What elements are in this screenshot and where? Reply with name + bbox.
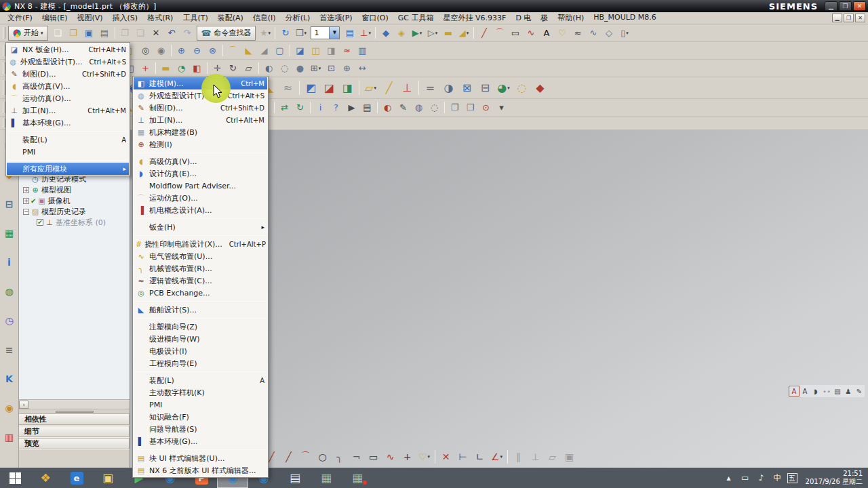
tree-cameras[interactable]: +✔▣摄像机 (19, 195, 130, 206)
studio-spline-icon[interactable]: ∿ (382, 449, 399, 466)
curve2-icon[interactable]: ∿ (585, 26, 601, 41)
notes-icon[interactable]: ▤ (279, 468, 311, 488)
film-icon[interactable]: ▤ (832, 386, 843, 396)
paste-icon[interactable]: ❑ (133, 26, 149, 41)
lang-icon[interactable]: 中 (771, 472, 785, 484)
copy-icon[interactable]: ❐ (117, 26, 133, 41)
journal-icon[interactable]: ▤ (359, 100, 375, 115)
datum-plane-icon[interactable]: ▱▾ (361, 79, 380, 98)
shell-icon[interactable]: ▢ (272, 43, 288, 58)
menu-首选项p[interactable]: 首选项(P) (315, 12, 357, 24)
text-icon[interactable]: A (800, 386, 810, 396)
menu-装配a[interactable]: 装配(A) (213, 12, 248, 24)
menu-routing-mechanical[interactable]: ╮机械管线布置(R)... (134, 262, 267, 274)
sync-icon[interactable]: ⇄ (277, 100, 292, 115)
menu-nx6-ui-styler[interactable]: ▤NX 6 之前版本 UI 样式编辑器... (134, 464, 267, 476)
minimize-button[interactable]: ▁ (825, 1, 837, 11)
line-icon[interactable]: ╱ (476, 26, 492, 41)
dropdown-caret-icon[interactable]: ▾ (507, 85, 510, 91)
menu-工具t[interactable]: 工具(T) (178, 12, 212, 24)
rectangle-icon[interactable]: ▭ (365, 449, 382, 466)
combo-dropdown-icon[interactable]: ▼ (329, 27, 339, 39)
visualize-alt-icon[interactable]: ▷▾ (425, 26, 440, 41)
manufacturing-wizard-icon[interactable]: K (2, 370, 17, 386)
layers-icon[interactable]: ▤ (342, 26, 357, 41)
ime-icon[interactable]: 五 (787, 473, 797, 483)
window-layout-icon[interactable]: ❒▾ (293, 26, 309, 41)
region-icon[interactable]: ♡ (554, 26, 570, 41)
new-part-icon[interactable]: ❏ (50, 26, 66, 41)
dropdown-caret-icon[interactable]: ▾ (467, 30, 469, 36)
trim-body-icon[interactable]: ◪ (292, 43, 308, 58)
sweep-icon[interactable]: ◇ (601, 26, 616, 41)
menu-advanced-simulation[interactable]: ◖高级仿真(V)... (134, 155, 267, 167)
taskbar-clock[interactable]: 21:51 2017/9/26 星期二 (806, 470, 863, 486)
hide-icon[interactable]: ◌ (427, 100, 442, 115)
orbit-icon[interactable]: ↻ (277, 26, 293, 41)
intersect-point-icon[interactable]: + (138, 61, 153, 76)
network-icon[interactable]: ▭ (738, 473, 752, 483)
arc-icon[interactable]: ⌒ (297, 449, 314, 466)
undo-icon[interactable]: ↶ (164, 26, 180, 41)
views-icon[interactable]: ⊠ (458, 79, 476, 98)
patch-icon[interactable]: ◨ (323, 43, 339, 58)
render-style-icon[interactable]: ◕▾ (494, 79, 513, 98)
splitter-handle[interactable] (56, 411, 94, 413)
menu-issue-navigator[interactable]: 问题导航器(S) (134, 423, 267, 435)
make-corner-icon[interactable]: ∟ (471, 449, 488, 466)
roles-icon[interactable]: ◉ (2, 399, 17, 415)
expression-icon[interactable]: = (421, 79, 439, 98)
tree-model-history[interactable]: −▨模型历史记录 (19, 206, 130, 217)
section-相依性[interactable]: 相依性 (19, 413, 130, 425)
tube-icon[interactable]: ▯▾ (616, 26, 632, 41)
fit-view-icon[interactable]: ⊡ (323, 61, 339, 76)
menu-gateway[interactable]: ▌基本环境(G)... (7, 117, 129, 129)
sphere-icon[interactable]: ◆ (378, 26, 393, 41)
draft-icon[interactable]: ◢ (256, 43, 272, 58)
menu-分析l[interactable]: 分析(L) (281, 12, 315, 24)
light-icon[interactable]: ◌ (513, 79, 531, 98)
start-button[interactable]: 开始 ▾ (8, 26, 48, 41)
quick-trim-icon[interactable]: ✕ (437, 449, 454, 466)
dropdown-caret-icon[interactable]: ▾ (304, 30, 307, 36)
menu-all-applications[interactable]: 所有应用模块▸ (7, 163, 129, 175)
menu-knowledge-fusion[interactable]: 知识融合(F) (134, 411, 267, 423)
csys-icon[interactable]: ⊥ (398, 79, 416, 98)
wrench-icon[interactable]: ✎ (854, 386, 865, 396)
child-minimize-button[interactable]: ▁ (832, 14, 842, 22)
menu-窗口o[interactable]: 窗口(O) (357, 12, 393, 24)
rectangle-icon[interactable]: ▭ (507, 26, 523, 41)
tree-expander[interactable]: + (23, 187, 29, 193)
dropdown-caret-icon[interactable]: ▾ (500, 454, 503, 460)
help-icon[interactable]: ? (328, 100, 344, 115)
menu-极[interactable]: 极 (536, 12, 553, 24)
sew-icon[interactable]: ≈ (339, 43, 355, 58)
menu-moldflow-part-adviser[interactable]: Moldflow Part Adviser... (134, 180, 267, 192)
menu-block-ui-styler[interactable]: ▤块 UI 样式编辑器(U)... (134, 452, 267, 464)
constraints-icon[interactable]: ∠▾ (488, 449, 505, 466)
zoom-icon[interactable]: ⊕ (339, 61, 355, 76)
menu-插入s[interactable]: 插入(S) (108, 12, 143, 24)
menu-design-simulation[interactable]: ◗设计仿真(E)... (134, 167, 267, 180)
auto-constrain-icon[interactable]: ⊥ (527, 449, 544, 466)
quick-extend-icon[interactable]: ⊢ (454, 449, 471, 466)
menu-文件f[interactable]: 文件(F) (3, 12, 37, 24)
menu-d电[interactable]: D 电 (511, 12, 536, 24)
rotate-icon[interactable]: ↻ (225, 61, 241, 76)
curve-icon[interactable]: ≈ (570, 26, 585, 41)
system-scenes-icon[interactable]: ▥ (2, 428, 17, 445)
menu-编辑e[interactable]: 编辑(E) (37, 12, 73, 24)
child-close-button[interactable]: ✕ (855, 14, 865, 22)
circle-icon[interactable]: ○ (314, 449, 331, 466)
menu-routing-logical[interactable]: ≈逻辑管线布置(C)... (134, 274, 267, 287)
menu-drafting[interactable]: ✎制图(D)...Ctrl+Shift+D (7, 68, 129, 80)
menu-digital-mockup[interactable]: 主动数字样机(K) (134, 386, 267, 399)
child-restore-button[interactable]: ❐ (844, 14, 854, 22)
thicken-icon[interactable]: ▥ (355, 43, 370, 58)
sheet-alert-icon[interactable]: ▦ (342, 468, 373, 488)
favorites-icon[interactable]: ★▾ (257, 26, 273, 41)
menu-flexible-pcb[interactable]: #挠性印制电路设计(X)...Ctrl+Alt+P (134, 238, 267, 250)
history-icon[interactable]: ◷ (2, 312, 17, 328)
restore-button[interactable]: ❐ (839, 1, 852, 11)
angle-icon[interactable]: ◢▾ (456, 26, 471, 41)
